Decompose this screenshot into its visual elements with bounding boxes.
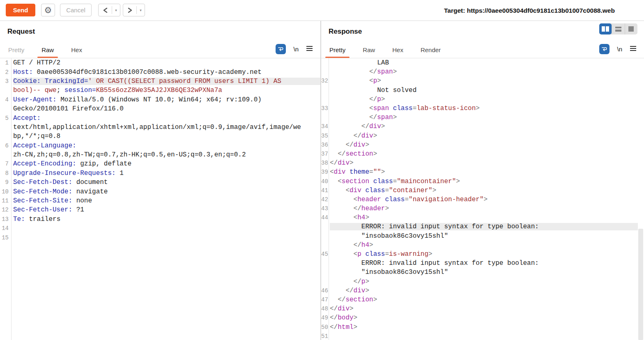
next-request-button[interactable]: ▾ <box>123 4 145 16</box>
show-newlines-icon[interactable]: \n <box>293 46 299 53</box>
line-number: 2 <box>0 69 9 76</box>
editor-menu-icon[interactable] <box>306 46 313 53</box>
code-row[interactable]: 6Accept-Language: <box>0 141 320 150</box>
code-row[interactable]: "insobaok86c3ovy15shl" <box>321 268 638 277</box>
next-dropdown-arrow[interactable]: ▾ <box>137 4 145 16</box>
word-wrap-icon[interactable] <box>276 44 286 54</box>
code-text: </p> <box>330 96 638 103</box>
response-tab-pretty[interactable]: Pretty <box>329 46 346 58</box>
code-text: Sec-Fetch-Dest: document <box>13 179 320 186</box>
line-number: 12 <box>0 207 9 213</box>
code-row[interactable]: 35 </div> <box>321 131 638 140</box>
code-text: </section> <box>330 150 638 158</box>
code-row[interactable]: 13Te: trailers <box>0 215 320 224</box>
gutter-divider <box>11 58 12 340</box>
response-tabs: PrettyRawHexRender <box>329 46 442 58</box>
code-row[interactable]: 8Upgrade-Insecure-Requests: 1 <box>0 169 320 178</box>
code-row[interactable]: 39<div theme=""> <box>321 168 638 177</box>
code-row[interactable]: bp,*/*;q=0.8 <box>0 132 320 141</box>
code-row[interactable]: 15 <box>0 233 320 242</box>
code-text: <h4> <box>330 214 638 221</box>
previous-request-button[interactable]: ▾ <box>98 4 120 16</box>
target-url-value: https://0aee005304df0c9181c13b01007c0088… <box>467 7 615 14</box>
code-row[interactable]: 12Sec-Fetch-User: ?1 <box>0 205 320 214</box>
code-text: Sec-Fetch-User: ?1 <box>13 206 320 214</box>
code-text: <div class="container"> <box>330 187 638 194</box>
code-text: <p class=is-warning> <box>330 250 638 258</box>
line-number: 43 <box>321 205 328 212</box>
code-text: <span class=lab-status-icon> <box>330 105 638 112</box>
code-row[interactable]: 47 </section> <box>321 295 638 304</box>
line-number: 3 <box>0 78 9 85</box>
code-row[interactable]: 49</body> <box>321 313 638 322</box>
code-row[interactable]: "insobaok86c3ovy15shl" <box>321 232 638 241</box>
code-row[interactable]: 45 <p class=is-warning> <box>321 250 638 259</box>
code-row[interactable]: 44 <h4> <box>321 213 638 222</box>
code-row[interactable]: Gecko/20100101 Firefox/116.0 <box>0 104 320 113</box>
code-row[interactable]: 11Sec-Fetch-Site: none <box>0 196 320 205</box>
code-row[interactable]: 3Cookie: TrackingId=' OR CAST((SELECT pa… <box>0 77 320 86</box>
code-row[interactable]: 41 <div class="container"> <box>321 186 638 195</box>
chevron-left-icon[interactable] <box>99 4 112 16</box>
code-row[interactable]: 2Host: 0aee005304df0c9181c13b01007c0088.… <box>0 67 320 76</box>
response-tab-render[interactable]: Render <box>420 46 442 58</box>
code-row[interactable]: 1GET / HTTP/2 <box>0 58 320 67</box>
show-newlines-icon[interactable]: \n <box>617 46 622 53</box>
send-button[interactable]: Send <box>6 4 35 16</box>
code-row[interactable]: 51 <box>321 332 638 340</box>
code-row[interactable]: 34 </div> <box>321 122 638 131</box>
code-row[interactable]: zh-CN,zh;q=0.8,zh-TW;q=0.7,zh-HK;q=0.5,e… <box>0 150 320 159</box>
code-row[interactable]: 33 <span class=lab-status-icon> <box>321 104 638 113</box>
code-row[interactable]: 10Sec-Fetch-Mode: navigate <box>0 187 320 196</box>
scrollbar-thumb[interactable] <box>638 229 643 340</box>
code-row[interactable]: 36 </div> <box>321 140 638 149</box>
code-row[interactable]: 7Accept-Encoding: gzip, deflate <box>0 159 320 168</box>
code-row[interactable]: LAB <box>321 58 638 67</box>
code-text: Accept-Language: <box>13 142 320 149</box>
response-tab-raw[interactable]: Raw <box>362 46 376 58</box>
code-text: </section> <box>330 296 638 303</box>
code-row[interactable]: text/html,application/xhtml+xml,applicat… <box>0 123 320 132</box>
code-row[interactable]: 42 <header class="navigation-header"> <box>321 195 638 204</box>
request-tab-raw[interactable]: Raw <box>41 46 55 58</box>
code-row[interactable]: 48</div> <box>321 304 638 313</box>
response-scrollbar[interactable] <box>638 58 643 340</box>
response-editor[interactable]: LAB </span>32 <p> Not solved </p>33 <spa… <box>321 58 638 340</box>
code-row[interactable]: 46 </div> <box>321 286 638 295</box>
code-row[interactable]: 32 <p> <box>321 76 638 85</box>
code-row[interactable]: </h4> <box>321 241 638 250</box>
code-row[interactable]: </span> <box>321 67 638 76</box>
request-editor-icons: \n <box>276 44 313 54</box>
code-row[interactable]: </p> <box>321 277 638 286</box>
code-row[interactable]: </span> <box>321 113 638 122</box>
send-settings-button[interactable]: ⚙ <box>41 4 55 16</box>
line-number: 51 <box>321 333 328 340</box>
code-row[interactable]: </p> <box>321 95 638 104</box>
code-row[interactable]: ERROR: invalid input syntax for type boo… <box>321 222 638 231</box>
request-tab-pretty[interactable]: Pretty <box>7 46 25 58</box>
code-row[interactable]: 50</html> <box>321 322 638 331</box>
code-text: </h4> <box>330 241 638 249</box>
code-text: Not solved <box>330 87 638 94</box>
cancel-button[interactable]: Cancel <box>60 4 92 16</box>
editor-menu-icon[interactable] <box>630 46 637 53</box>
code-row[interactable]: 14 <box>0 224 320 233</box>
code-row[interactable]: 38</div> <box>321 159 638 168</box>
code-row[interactable]: 40 <section class="maincontainer"> <box>321 177 638 186</box>
previous-dropdown-arrow[interactable]: ▾ <box>112 4 120 16</box>
request-tab-hex[interactable]: Hex <box>70 46 83 58</box>
code-row[interactable]: 43 </header> <box>321 204 638 213</box>
code-row[interactable]: 37 </section> <box>321 149 638 159</box>
code-row[interactable]: 5Accept: <box>0 113 320 122</box>
code-row[interactable]: Not solved <box>321 86 638 95</box>
code-row[interactable]: bool)-- qwe; session=KB55s6ozZ8We35AJ2JX… <box>0 86 320 95</box>
word-wrap-icon[interactable] <box>599 44 610 54</box>
chevron-right-icon[interactable] <box>123 4 136 16</box>
request-editor[interactable]: 1GET / HTTP/22Host: 0aee005304df0c9181c1… <box>0 58 320 340</box>
code-row[interactable]: 4User-Agent: Mozilla/5.0 (Windows NT 10.… <box>0 95 320 104</box>
code-row[interactable]: ERROR: invalid input syntax for type boo… <box>321 259 638 268</box>
response-tab-hex[interactable]: Hex <box>391 46 404 58</box>
code-text: <section class="maincontainer"> <box>330 178 638 185</box>
line-number: 1 <box>0 60 9 66</box>
code-row[interactable]: 9Sec-Fetch-Dest: document <box>0 178 320 187</box>
